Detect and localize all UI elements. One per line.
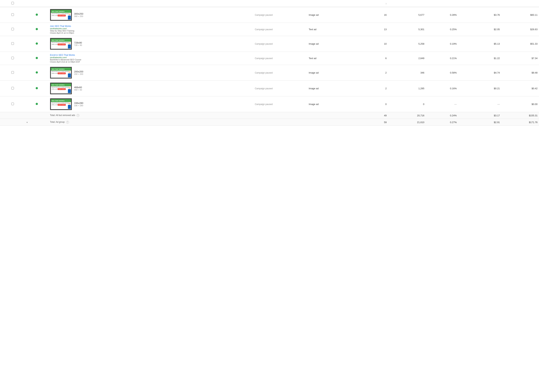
empty-cell xyxy=(0,112,25,119)
ad-thumbnail: SEO THAT WORKSREGISTRATION CLOSES MONDAY… xyxy=(50,67,72,79)
cost-cell: $7.34 xyxy=(501,52,539,65)
ad-cell: SEO THAT WORKSREGISTRATION CLOSES MONDAY… xyxy=(48,7,253,23)
ctr-cell: 0.19% xyxy=(426,36,458,52)
col-status-header xyxy=(253,0,307,7)
total-group-label: Total: Ad group ? xyxy=(48,119,253,126)
row-checkbox[interactable] xyxy=(11,87,14,90)
status-cell: Campaign paused xyxy=(253,81,307,96)
ad-size-label: 728x90 xyxy=(74,41,252,44)
total-group-clicks: 59 xyxy=(356,119,388,126)
total-all-row: Total: All but removed ads ?4920,7160.24… xyxy=(0,112,539,119)
ad-title-link[interactable]: Join SEO That Works xyxy=(50,25,71,27)
status-dot-cell xyxy=(25,23,48,36)
row-checkbox[interactable] xyxy=(11,42,14,45)
col-avgcpc-header[interactable] xyxy=(458,0,501,7)
ad-cell: Join SEO That Worksseothatworks.com/Step… xyxy=(48,23,253,36)
ad-thumbnail: SEO THAT WORKSREGISTRATION CLOSES MONDAY… xyxy=(50,38,72,50)
status-cell: Campaign paused xyxy=(253,96,307,112)
ad-size-label: 300x250 xyxy=(74,12,252,15)
sort-indicator: ↓ xyxy=(385,2,386,5)
ctr-cell: — xyxy=(426,96,458,112)
ad-cell: SEO THAT WORKSREGISTRATION CLOSES MONDAY… xyxy=(48,96,253,112)
select-all-checkbox[interactable] xyxy=(11,2,14,4)
ad-info: 300x250300 × 250 xyxy=(74,12,252,17)
status-dot-cell xyxy=(25,81,48,96)
ad-url: seothatworks.com/ xyxy=(50,56,252,58)
ctr-cell: 0.58% xyxy=(426,65,458,81)
cost-cell: $9.48 xyxy=(501,65,539,81)
cost-cell: $26.63 xyxy=(501,23,539,36)
avg-cpc-cell: — xyxy=(458,96,501,112)
ad-size-label: 468x60 xyxy=(74,86,252,89)
impr-cell: 0 xyxy=(388,96,426,112)
adtype-cell: Image ad xyxy=(307,81,356,96)
ad-size-label: 200x200 xyxy=(74,70,252,73)
col-cost-header[interactable] xyxy=(501,0,539,7)
avg-cpc-cell: $5.13 xyxy=(458,36,501,52)
ad-info: 728x90728 × 90 xyxy=(74,41,252,46)
col-clicks-header[interactable]: ↓ xyxy=(356,0,388,7)
ctr-cell: 0.25% xyxy=(426,23,458,36)
status-dot-col xyxy=(25,0,48,7)
row-checkbox[interactable] xyxy=(11,71,14,74)
table-row: SEO THAT WORKSREGISTRATION CLOSES MONDAY… xyxy=(0,96,539,112)
cost-cell: $0.00 xyxy=(501,96,539,112)
status-dot-cell xyxy=(25,96,48,112)
row-checkbox[interactable] xyxy=(11,28,14,30)
row-checkbox-cell xyxy=(0,7,25,23)
empty-cell xyxy=(253,112,307,119)
total-group-cost: $171.76 xyxy=(501,119,539,126)
ad-size-sub: 200 × 200 xyxy=(74,73,252,75)
row-checkbox[interactable] xyxy=(11,57,14,59)
total-all-clicks: 49 xyxy=(356,112,388,119)
total-all-text: Total: All but removed ads xyxy=(50,114,75,116)
total-all-impr: 20,716 xyxy=(388,112,426,119)
status-cell: Campaign paused xyxy=(253,7,307,23)
adtype-cell: Text ad xyxy=(307,52,356,65)
ad-thumbnail: SEO THAT WORKSREGISTRATION CLOSES MONDAY… xyxy=(50,82,72,94)
ad-info: 336x280336 × 280 xyxy=(74,102,252,107)
col-ad-header xyxy=(48,0,253,7)
impr-cell: 5,677 xyxy=(388,7,426,23)
total-all-label: Total: All but removed ads ? xyxy=(48,112,253,119)
cost-cell: $51.33 xyxy=(501,36,539,52)
ad-cell: SEO THAT WORKSREGISTRATION CLOSES MONDAY… xyxy=(48,81,253,96)
ctr-cell: 0.21% xyxy=(426,52,458,65)
total-group-row: ▾Total: Ad group ?5921,6100.27%$2.91$171… xyxy=(0,119,539,126)
expand-icon[interactable]: ▾ xyxy=(27,121,28,124)
total-group-ctr: 0.27% xyxy=(426,119,458,126)
row-checkbox[interactable] xyxy=(11,13,14,16)
empty-cell xyxy=(0,119,25,126)
table-row: Enroll in SEO That Worksseothatworks.com… xyxy=(0,52,539,65)
ad-size-sub: 728 × 90 xyxy=(74,44,252,46)
row-checkbox-cell xyxy=(0,52,25,65)
row-checkbox-cell xyxy=(0,23,25,36)
ad-cell: Enroll in SEO That Worksseothatworks.com… xyxy=(48,52,253,65)
ad-size-sub: 300 × 250 xyxy=(74,15,252,17)
impr-cell: 1,285 xyxy=(388,81,426,96)
total-group-text: Total: Ad group xyxy=(50,121,65,123)
avg-cpc-cell: $1.22 xyxy=(458,52,501,65)
cost-cell: $0.42 xyxy=(501,81,539,96)
help-icon[interactable]: ? xyxy=(77,114,79,117)
ad-info: 468x60468 × 60 xyxy=(74,86,252,91)
green-dot-icon xyxy=(36,57,38,59)
ad-size-label: 336x280 xyxy=(74,102,252,105)
green-dot-icon xyxy=(36,71,38,74)
status-cell: Campaign paused xyxy=(253,52,307,65)
help-icon-group[interactable]: ? xyxy=(66,121,69,124)
ad-size-sub: 336 × 280 xyxy=(74,105,252,107)
adtype-cell: Text ad xyxy=(307,23,356,36)
col-ctr-header[interactable] xyxy=(426,0,458,7)
col-impr-header[interactable] xyxy=(388,0,426,7)
adtype-cell: Image ad xyxy=(307,36,356,52)
ad-cell: SEO THAT WORKSREGISTRATION CLOSES MONDAY… xyxy=(48,65,253,81)
ad-title-link[interactable]: Enroll in SEO That Works xyxy=(50,54,75,56)
table-row: SEO THAT WORKSREGISTRATION CLOSES MONDAY… xyxy=(0,65,539,81)
row-checkbox[interactable] xyxy=(11,103,14,105)
clicks-cell: 2 xyxy=(356,65,388,81)
total-all-avg-cpc: $3.17 xyxy=(458,112,501,119)
green-dot-icon xyxy=(36,28,38,30)
clicks-cell: 6 xyxy=(356,52,388,65)
green-dot-icon xyxy=(36,14,38,16)
